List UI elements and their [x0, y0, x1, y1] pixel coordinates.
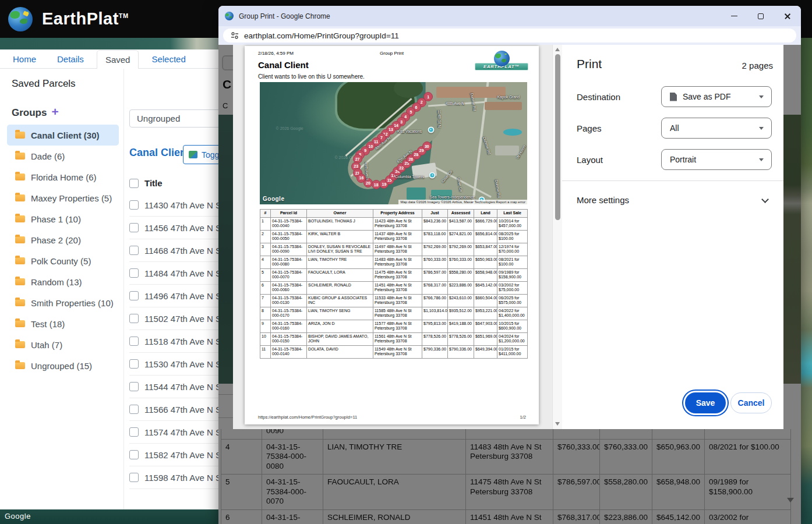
tab-bar: HomeDetailsSavedSelected	[0, 49, 218, 69]
save-button[interactable]: Save	[685, 392, 726, 413]
list-item[interactable]: 11544 47th Ave N St	[129, 376, 218, 398]
preview-scrollbar[interactable]	[552, 45, 562, 429]
scrollbar-down-icon[interactable]	[555, 422, 560, 426]
window-content: C C 304-31-15-75384-000-0090DONLEY, SUSA…	[218, 45, 801, 524]
list-item[interactable]: 11598 47th Ave N St	[129, 466, 218, 489]
list-item[interactable]: 11502 47th Ave N St	[129, 307, 218, 330]
select-all-checkbox[interactable]	[129, 179, 139, 188]
preview-parcel-table: #Parcel IdOwnerProperty AddressJustAsses…	[260, 209, 528, 359]
table-cell: $760,333.00	[600, 439, 652, 475]
map-attribution: Map data ©2026 Imagery ©2026 Airbus, Max…	[398, 200, 527, 204]
table-cell: DONLEY, SUSAN S REVOCABLE LIVI DONLEY, S…	[307, 243, 373, 256]
site-settings-icon[interactable]	[230, 31, 239, 40]
group-item[interactable]: Polk County (5)	[7, 250, 119, 271]
group-item[interactable]: Phase 2 (20)	[7, 229, 119, 250]
print-settings-panel: Print 2 pages Destination Save as PDF Pa…	[562, 45, 783, 429]
table-row: 504-31-15-75384-000-0070FAOUCAULT, LORA1…	[260, 268, 528, 281]
group-item[interactable]: Smith Properties (10)	[7, 292, 119, 313]
folder-icon	[15, 236, 25, 243]
group-item[interactable]: Maxey Properties (5)	[7, 187, 119, 208]
column-header: Last Sale	[497, 210, 528, 218]
more-settings-toggle[interactable]: More settings	[577, 195, 629, 205]
row-checkbox[interactable]	[129, 291, 139, 300]
row-checkbox[interactable]	[129, 337, 139, 346]
report-map-error-link[interactable]: Report a map error	[496, 200, 525, 204]
list-item[interactable]: 11430 47th Ave N St	[129, 194, 218, 217]
group-item[interactable]: Phase 1 (10)	[7, 208, 119, 229]
group-item[interactable]: Test (18)	[7, 313, 119, 334]
tab-saved[interactable]: Saved	[97, 50, 139, 69]
parcel-marker[interactable]: 30	[422, 141, 432, 151]
group-filter-select[interactable]: Ungrouped	[129, 109, 221, 128]
table-cell: $658,948.00	[652, 475, 705, 510]
row-checkbox[interactable]	[129, 427, 139, 437]
folder-icon	[15, 174, 25, 180]
group-item[interactable]: Utah (7)	[7, 334, 119, 355]
add-group-button[interactable]: +	[51, 105, 58, 118]
minimize-button[interactable]	[721, 6, 747, 26]
window-titlebar[interactable]: Group Print - Google Chrome	[218, 6, 801, 26]
row-checkbox[interactable]	[129, 382, 139, 391]
table-cell: 04-31-15-75384-000-0050	[271, 230, 307, 243]
list-item[interactable]: 11484 47th Ave N St	[129, 262, 218, 285]
saved-parcels-panel: Saved Parcels Groups+ Canal Client (30)D…	[0, 69, 218, 509]
table-cell: DOLATA, DAVID	[307, 345, 373, 358]
layout-dropdown[interactable]: Portrait	[661, 149, 772, 170]
table-cell: $1,103,814.00	[422, 307, 448, 320]
list-item[interactable]: 11566 47th Ave N St	[129, 398, 218, 421]
maximize-button[interactable]	[747, 6, 774, 26]
group-item[interactable]: Dade (6)	[7, 146, 119, 167]
folder-icon	[15, 257, 25, 264]
cancel-button[interactable]: Cancel	[730, 392, 772, 413]
table-cell: $783,118.00	[422, 230, 448, 243]
group-heading: Canal Client	[129, 147, 190, 159]
row-checkbox[interactable]	[129, 450, 139, 459]
row-checkbox[interactable]	[129, 473, 139, 482]
tab-selected[interactable]: Selected	[143, 50, 193, 68]
row-checkbox[interactable]	[129, 359, 139, 369]
map-attribution-text: Map data ©2026 Imagery ©2026 Airbus, Max…	[400, 200, 495, 204]
pages-value: All	[670, 123, 679, 133]
list-item[interactable]: 11496 47th Ave N St	[129, 285, 218, 307]
column-header: Assessed	[448, 210, 474, 218]
table-cell: 09/1989 for $158,900.00	[705, 475, 791, 510]
scrollbar-up-icon[interactable]	[555, 48, 560, 51]
group-item[interactable]: Random (13)	[7, 271, 119, 292]
table-row: 404-31-15-75384-000-0080LIAN, TIMOTHY TR…	[260, 256, 528, 268]
list-item[interactable]: 11456 47th Ave N St	[129, 217, 218, 239]
table-cell: $558,280.00	[448, 268, 474, 281]
parcel-list: 11430 47th Ave N St11456 47th Ave N St11…	[129, 194, 218, 489]
chevron-down-icon[interactable]	[761, 196, 769, 203]
group-item[interactable]: Canal Client (30)	[7, 125, 119, 146]
row-checkbox[interactable]	[129, 223, 139, 232]
chrome-window: Group Print - Google Chrome earthplat.co…	[218, 6, 801, 524]
scrollbar-thumb[interactable]	[555, 54, 560, 220]
row-checkbox[interactable]	[129, 268, 139, 278]
table-cell: SCHLEIMER, RONALD	[307, 281, 373, 294]
parcel-address: 11484 47th Ave N St	[144, 268, 224, 278]
group-item[interactable]: Ungrouped (15)	[7, 355, 119, 376]
row-checkbox[interactable]	[129, 314, 139, 323]
list-item[interactable]: 11518 47th Ave N St	[129, 330, 218, 353]
close-button[interactable]	[774, 6, 801, 26]
table-cell: 10	[260, 332, 271, 345]
table-cell: 04-31-15-75384-000-0060	[262, 509, 323, 524]
table-cell: LIAN, TIMOTHY TRE	[323, 439, 466, 475]
table-cell: $645,142.00	[652, 509, 705, 524]
table-cell: $778,526.00	[448, 332, 474, 345]
pages-dropdown[interactable]: All	[661, 118, 772, 139]
row-checkbox[interactable]	[129, 200, 139, 210]
list-item[interactable]: 11574 47th Ave N St	[129, 421, 218, 444]
table-cell: 11497 48th Ave N St Petersburg 33708	[466, 429, 553, 439]
row-checkbox[interactable]	[129, 246, 139, 255]
list-item[interactable]: 11530 47th Ave N St	[129, 353, 218, 376]
tab-details[interactable]: Details	[49, 50, 92, 68]
row-checkbox[interactable]	[129, 405, 139, 414]
list-item[interactable]: 11468 47th Ave N St	[129, 239, 218, 262]
group-item[interactable]: Florida Home (6)	[7, 167, 119, 187]
tab-home[interactable]: Home	[5, 50, 44, 68]
url-bar[interactable]: earthplat.com/Home/PrintGroup?groupId=11	[223, 29, 796, 43]
list-item[interactable]: 11582 47th Ave N St	[129, 444, 218, 466]
destination-dropdown[interactable]: Save as PDF	[661, 86, 772, 107]
table-cell: $274,821.00	[448, 230, 474, 243]
